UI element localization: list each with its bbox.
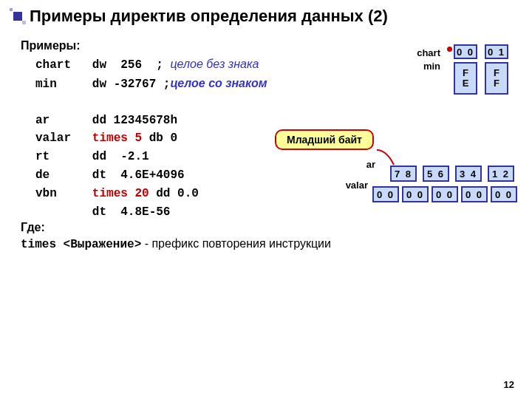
- byte-min-1: FF: [485, 62, 508, 95]
- examples-label: Примеры:: [21, 39, 338, 52]
- byte-min-0: FE: [454, 62, 477, 95]
- dot-icon: [447, 47, 452, 52]
- byte-valar-4: 0 0: [491, 186, 517, 202]
- where-label: Где:: [21, 221, 338, 234]
- title-bullet: [10, 8, 26, 24]
- label-ar: ar: [341, 159, 375, 170]
- byte-ar-0: 7 8: [390, 166, 417, 182]
- byte-valar-2: 0 0: [432, 186, 458, 202]
- byte-ar-1: 5 6: [423, 166, 449, 182]
- label-min: min: [406, 61, 440, 72]
- page-title: Примеры директив определения данных (2): [30, 7, 388, 26]
- code-line-8: dt 4.8E-56: [21, 203, 338, 222]
- where-line: times <Выражение> - префикс повторения и…: [21, 237, 338, 251]
- code-line-3: ar dd 12345678h: [21, 112, 338, 130]
- code-line-2: min dw -32767 ;целое со знаком: [21, 75, 338, 94]
- byte-ar-3: 1 2: [488, 166, 514, 182]
- byte-chart-1: 0 1: [485, 44, 508, 59]
- code-line-6: de dt 4.6E+4096: [21, 166, 338, 185]
- label-valar: valar: [334, 180, 368, 191]
- label-chart: chart: [406, 47, 440, 58]
- code-line-1: chart dw 256 ; целое без знака: [21, 55, 338, 75]
- byte-valar-1: 0 0: [402, 186, 429, 202]
- byte-valar-0: 0 0: [372, 186, 399, 202]
- page-number: 12: [504, 379, 514, 390]
- byte-ar-2: 3 4: [455, 166, 482, 182]
- code-line-7: vbn times 20 dd 0.0: [21, 185, 338, 203]
- byte-valar-3: 0 0: [461, 186, 488, 202]
- byte-chart-0: 0 0: [454, 44, 477, 59]
- callout-lsb: Младший байт: [275, 129, 374, 150]
- code-line-5: rt dd -2.1: [21, 148, 338, 166]
- callout-pointer-icon: [375, 149, 405, 166]
